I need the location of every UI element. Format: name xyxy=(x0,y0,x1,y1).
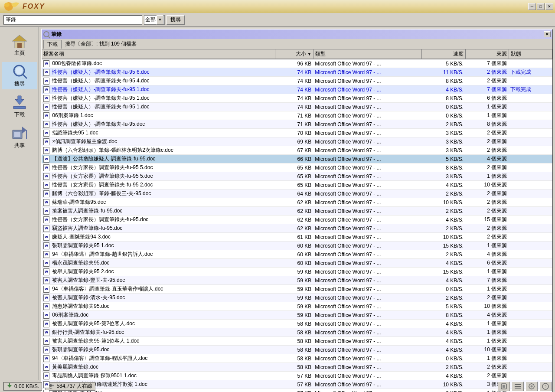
cell-speed: 0 KB/S. xyxy=(422,111,465,120)
table-row[interactable]: 銀行行員-調查筆錄夫-fu-95.doc 58 KB Microsoft Off… xyxy=(42,328,552,337)
table-row[interactable]: 賭博（六合彩組頭）筆錄-張維林永明第2次筆錄c.doc 67 KB Micros… xyxy=(42,146,552,155)
cell-source: 1 個來源 xyxy=(465,337,509,346)
info-button[interactable]: ? xyxy=(539,382,552,391)
table-row[interactable]: 06刑案筆錄.doc 59 KB Microsoft Office Word 9… xyxy=(42,311,552,320)
close-button[interactable]: ✕ xyxy=(545,3,553,10)
sidebar-item-download[interactable]: 下載 xyxy=(2,93,37,120)
table-row[interactable]: 指認筆錄夫95 1.doc 70 KB Microsoft Office Wor… xyxy=(42,129,552,137)
svg-rect-8 xyxy=(13,106,26,109)
table-row[interactable]: 楊永茂調查筆錄夫95.doc 60 KB Microsoft Office Wo… xyxy=(42,259,552,268)
cell-name: 性侵害（女方家長）調查筆錄夫-fu-95 5.doc xyxy=(42,163,275,172)
table-row[interactable]: 06刑案筆錄 1.doc 71 KB Microsoft Office Word… xyxy=(42,111,552,120)
table-row[interactable]: 張琪雯調查筆錄夫95 1.doc 60 KB Microsoft Office … xyxy=(42,242,552,250)
svg-point-15 xyxy=(49,384,52,387)
col-header-name[interactable]: 檔案名稱 xyxy=(42,49,275,59)
cell-type: Microsoft Office Word 97 - ... xyxy=(313,155,422,163)
scope-select[interactable]: 全部 ▼ xyxy=(144,15,165,25)
table-row[interactable]: 搶案被害人調查筆錄-fu-95.doc 62 KB Microsoft Offi… xyxy=(42,207,552,216)
results-close-button[interactable]: ✕ xyxy=(544,31,551,37)
word-doc-icon xyxy=(43,199,49,206)
table-row[interactable]: 竊盜被害人調查筆錄-fu-95.doc 62 KB Microsoft Offi… xyxy=(42,224,552,233)
table-row[interactable]: 被舉人調查筆錄夫95 2.doc 59 KB Microsoft Office … xyxy=(42,268,552,276)
col-header-status[interactable]: 狀態 xyxy=(509,49,552,59)
table-row[interactable]: 被舉人筆錄-夫-95.doc 57 KB Microsoft Office Wo… xyxy=(42,389,552,392)
cell-source: 10 個來源 xyxy=(465,302,509,311)
table-row[interactable]: 蘇瑞華-調查筆錄95.doc 62 KB Microsoft Office Wo… xyxy=(42,198,552,207)
table-row[interactable]: 性侵害（女方家長）調查筆錄夫-fu-95 5.doc 65 KB Microso… xyxy=(42,163,552,172)
table-row[interactable]: 嫌疑人-查贓筆錄94-3.doc 61 KB Microsoft Office … xyxy=(42,233,552,242)
table-row[interactable]: 94〈車禍傷客〉調查筆錄-直玉華著作權讓人.doc 59 KB Microsof… xyxy=(42,285,552,294)
table-row[interactable]: 性侵害（女方家長）調查筆錄夫-fu-95.doc 62 KB Microsoft… xyxy=(42,216,552,224)
cell-name: 張琪雯調查筆錄夫95.doc xyxy=(42,346,275,354)
search-button[interactable]: 搜尋 xyxy=(166,15,185,25)
cell-source: 2 個來源 xyxy=(465,207,509,216)
cell-source: 6 個來源 xyxy=(465,94,509,103)
table-row[interactable]: 性侵害（嫌疑人）-調查筆錄夫-fu-95 4.doc 74 KB Microso… xyxy=(42,77,552,85)
col-header-speed[interactable]: 速度 xyxy=(422,49,465,59)
table-row[interactable]: 性侵害（嫌疑人）-調查筆錄夫-fu-95.doc 71 KB Microsoft… xyxy=(42,120,552,129)
search-input[interactable] xyxy=(3,15,142,25)
cell-type: Microsoft Office Word 97 - ... xyxy=(313,294,422,302)
cell-type: Microsoft Office Word 97 - ... xyxy=(313,85,422,94)
table-row[interactable]: 【過濾】公共危險嫌疑人-調查筆錄-fu-95.doc 66 KB Microso… xyxy=(42,155,552,163)
cell-speed: 8 KB/S. xyxy=(422,163,465,172)
table-row[interactable]: 賭博（六合彩組頭）筆錄-藤俊三-夫-95.doc 64 KB Microsoft… xyxy=(42,189,552,198)
view-button[interactable] xyxy=(512,382,524,391)
table-row[interactable]: 性侵害（嫌疑人）-調查筆錄夫-fu-95 6.doc 74 KB Microso… xyxy=(42,68,552,77)
col-header-type[interactable]: 類型 xyxy=(313,49,422,59)
cell-speed: 10 KB/S. xyxy=(422,198,465,207)
search-label: 搜尋 xyxy=(14,80,25,88)
table-row[interactable]: 毒品調換人調查筆錄 探眾9501 1.doc 57 KB Microsoft O… xyxy=(42,372,552,380)
svg-marker-14 xyxy=(7,383,12,388)
sidebar-item-home[interactable]: 主頁 xyxy=(2,31,37,59)
cell-type: Microsoft Office Word 97 - ... xyxy=(313,285,422,294)
table-row[interactable]: -嫌疑犯2005新版筆錄轄連延詐欺案 1.doc 57 KB Microsoft… xyxy=(42,380,552,389)
cell-name: 賭博（六合彩組頭）筆錄-藤俊三-夫-95.doc xyxy=(42,189,275,198)
table-row[interactable]: 性侵害（嫌疑人）-調查筆錄夫-fu-95 1.doc 74 KB Microso… xyxy=(42,94,552,103)
cell-status xyxy=(509,111,552,120)
svg-point-6 xyxy=(16,67,23,74)
word-doc-icon xyxy=(43,364,49,371)
scope-dropdown-btn[interactable]: ▼ xyxy=(157,15,163,25)
table-row[interactable]: 施惠婷調查筆錄夫95.doc 59 KB Microsoft Office Wo… xyxy=(42,302,552,311)
table-row[interactable]: 被害人調查筆錄-清水-夫-95.doc 59 KB Microsoft Offi… xyxy=(42,294,552,302)
cell-status xyxy=(509,294,552,302)
minimize-button[interactable]: ─ xyxy=(528,3,536,10)
cell-status xyxy=(509,146,552,155)
results-title: 筆錄 xyxy=(51,31,62,38)
table-row[interactable]: 性侵害（嫌疑人）-調查筆錄夫-fu-95 1.doc 74 KB Microso… xyxy=(42,85,552,94)
settings-button[interactable] xyxy=(498,382,510,391)
cell-speed: 4 KB/S. xyxy=(422,346,465,354)
col-header-source[interactable]: 來源 xyxy=(465,49,509,59)
table-row[interactable]: ×偵訊調查筆錄屋主偷渡.doc 69 KB Microsoft Office W… xyxy=(42,137,552,146)
table-row[interactable]: 性侵害（嫌疑人）-調查筆錄夫-fu-95 1.doc 74 KB Microso… xyxy=(42,103,552,111)
table-row[interactable]: 被害人調查筆錄-豐玉-夫-95.doc 59 KB Microsoft Offi… xyxy=(42,276,552,285)
cell-type: Microsoft Office Word 97 - ... xyxy=(313,311,422,320)
cell-speed: 5 KB/S. xyxy=(422,155,465,163)
table-row[interactable]: 張琪雯調查筆錄夫95.doc 58 KB Microsoft Office Wo… xyxy=(42,346,552,354)
help-button[interactable] xyxy=(526,382,538,391)
cell-type: Microsoft Office Word 97 - ... xyxy=(313,111,422,120)
word-doc-icon xyxy=(43,156,49,163)
table-row[interactable]: 性侵害（女方家長）調查筆錄夫-fu-95 2.doc 65 KB Microso… xyxy=(42,181,552,189)
table-row[interactable]: 94〈車禍肇逃〉調查筆錄-趙世銀告訴人.doc 60 KB Microsoft … xyxy=(42,250,552,259)
sidebar-item-search[interactable]: 搜尋 xyxy=(2,62,37,89)
table-row[interactable]: 被害人調查筆錄夫95-第2位客人.doc 58 KB Microsoft Off… xyxy=(42,320,552,328)
col-header-size[interactable]: 大小 ▼ xyxy=(275,49,313,59)
table-row[interactable]: 性侵害（女方家長）調查筆錄夫-fu-95 5.doc 65 KB Microso… xyxy=(42,172,552,181)
download-tab[interactable]: 下載 xyxy=(43,40,62,49)
cell-size: 57 KB xyxy=(275,372,313,380)
word-doc-icon xyxy=(43,355,49,362)
word-doc-icon xyxy=(43,60,49,67)
cell-source: 10 個來源 xyxy=(465,181,509,189)
cell-source: 2 個來源 xyxy=(465,363,509,372)
cell-name: 毒品調換人調查筆錄 探眾9501 1.doc xyxy=(42,372,275,380)
table-row[interactable]: 黃美麗調查筆錄.doc 58 KB Microsoft Office Word … xyxy=(42,363,552,372)
table-row[interactable]: 94〈車禍傷客〉調查筆錄-程以平證人.doc 58 KB Microsoft O… xyxy=(42,354,552,363)
restore-button[interactable]: □ xyxy=(537,3,545,10)
sidebar-item-share[interactable]: 共享 xyxy=(2,124,37,151)
table-row[interactable]: 被害人調查筆錄夫95-第1位客人 1.doc 58 KB Microsoft O… xyxy=(42,337,552,346)
table-row[interactable]: 008包養散佈筆錄.doc 96 KB Microsoft Office Wor… xyxy=(42,59,552,68)
cell-type: Microsoft Office Word 97 - ... xyxy=(313,59,422,68)
info-icon: ? xyxy=(542,382,549,390)
